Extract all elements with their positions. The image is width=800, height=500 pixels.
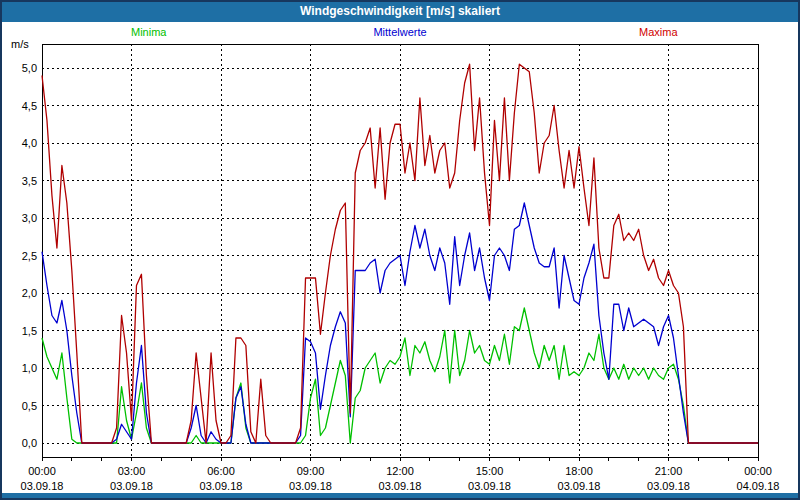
svg-text:21:00: 21:00 [655, 465, 683, 477]
svg-text:4,5: 4,5 [22, 100, 37, 112]
legend-mittelwerte: Mittelwerte [373, 26, 426, 38]
svg-text:03.09.18: 03.09.18 [558, 480, 601, 492]
svg-text:15:00: 15:00 [476, 465, 504, 477]
svg-text:03.09.18: 03.09.18 [468, 480, 511, 492]
svg-text:2,5: 2,5 [22, 250, 37, 262]
svg-text:0,5: 0,5 [22, 400, 37, 412]
window-title: Windgeschwindigkeit [m/s] skaliert [0, 0, 800, 22]
svg-text:5,0: 5,0 [22, 62, 37, 74]
legend-maxima: Maxima [639, 26, 678, 38]
svg-text:00:00: 00:00 [28, 465, 56, 477]
svg-text:03.09.18: 03.09.18 [379, 480, 422, 492]
svg-text:0,0: 0,0 [22, 437, 37, 449]
svg-text:03.09.18: 03.09.18 [289, 480, 332, 492]
svg-text:3,0: 3,0 [22, 212, 37, 224]
svg-text:1,5: 1,5 [22, 325, 37, 337]
svg-text:18:00: 18:00 [565, 465, 593, 477]
y-axis-unit-label: m/s [11, 38, 29, 50]
svg-text:03.09.18: 03.09.18 [200, 480, 243, 492]
svg-text:03:00: 03:00 [118, 465, 146, 477]
chart-window: Windgeschwindigkeit [m/s] skaliert Minim… [0, 0, 800, 500]
svg-text:12:00: 12:00 [386, 465, 414, 477]
svg-text:03.09.18: 03.09.18 [647, 480, 690, 492]
wind-speed-chart: 0,00,51,01,52,02,53,03,54,04,55,000:0003… [0, 0, 800, 500]
svg-text:04.09.18: 04.09.18 [737, 480, 780, 492]
svg-text:2,0: 2,0 [22, 287, 37, 299]
bottom-accent-bar [2, 493, 798, 498]
svg-text:00:00: 00:00 [744, 465, 772, 477]
legend-minima: Minima [131, 26, 166, 38]
svg-text:1,0: 1,0 [22, 362, 37, 374]
svg-text:4,0: 4,0 [22, 137, 37, 149]
svg-text:09:00: 09:00 [297, 465, 325, 477]
svg-text:03.09.18: 03.09.18 [21, 480, 64, 492]
svg-text:3,5: 3,5 [22, 175, 37, 187]
svg-text:06:00: 06:00 [207, 465, 235, 477]
svg-text:03.09.18: 03.09.18 [110, 480, 153, 492]
